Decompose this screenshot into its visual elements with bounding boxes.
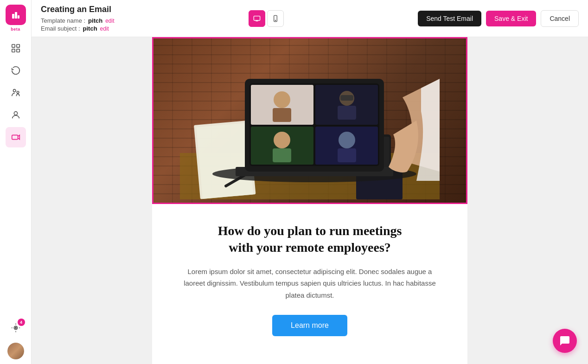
main-content: Creating an Email Template name : pitch … (32, 0, 588, 364)
svg-point-9 (14, 112, 17, 115)
svg-point-8 (17, 91, 19, 94)
page-title: Creating an Email (41, 5, 115, 14)
svg-point-15 (275, 20, 275, 20)
svg-point-12 (15, 327, 16, 329)
email-container: How do you plan to run meetings with you… (152, 37, 467, 364)
subject-edit-link[interactable]: edit (100, 26, 109, 32)
svg-rect-0 (12, 14, 14, 19)
app-logo[interactable] (6, 5, 26, 25)
svg-rect-10 (12, 135, 18, 139)
svg-point-36 (274, 132, 290, 148)
sidebar-item-notifications[interactable]: 4 (6, 318, 26, 338)
svg-rect-3 (12, 45, 14, 47)
template-name-row: Template name : pitch edit (41, 17, 115, 24)
sidebar-item-refresh[interactable] (6, 60, 26, 81)
beta-badge: beta (11, 27, 20, 32)
sidebar-nav (6, 38, 26, 318)
header: Creating an Email Template name : pitch … (32, 0, 588, 37)
svg-rect-32 (273, 108, 291, 122)
send-test-email-button[interactable]: Send Test Email (418, 11, 481, 26)
email-hero-image (152, 37, 467, 204)
header-meta: Template name : pitch edit Email subject… (41, 17, 115, 32)
svg-point-38 (339, 132, 355, 148)
svg-rect-4 (16, 45, 19, 47)
header-left: Creating an Email Template name : pitch … (41, 5, 115, 32)
subject-label: Email subject : (41, 25, 80, 32)
view-toggle (249, 10, 284, 27)
save-exit-button[interactable]: Save & Exit (486, 11, 536, 26)
svg-rect-35 (338, 106, 356, 120)
template-label: Template name : (41, 17, 85, 24)
notification-count: 4 (18, 319, 25, 326)
template-value: pitch (88, 17, 102, 24)
sidebar: beta (0, 0, 32, 364)
svg-rect-1 (15, 12, 17, 19)
user-avatar[interactable] (7, 343, 24, 359)
svg-rect-6 (16, 49, 19, 52)
svg-rect-5 (12, 49, 14, 52)
email-heading: How do you plan to run meetings with you… (180, 223, 440, 256)
email-content: How do you plan to run meetings with you… (152, 204, 467, 355)
svg-rect-13 (254, 16, 260, 20)
mobile-view-button[interactable] (267, 10, 284, 27)
template-edit-link[interactable]: edit (105, 18, 114, 24)
cancel-button[interactable]: Cancel (541, 10, 579, 27)
chat-support-button[interactable] (553, 329, 577, 353)
svg-rect-37 (273, 148, 291, 162)
sidebar-item-user[interactable] (6, 105, 26, 125)
svg-rect-2 (18, 15, 19, 19)
subject-row: Email subject : pitch edit (41, 25, 115, 32)
sidebar-item-analytics[interactable] (6, 38, 26, 58)
sidebar-item-contacts[interactable] (6, 83, 26, 103)
email-preview-area: How do you plan to run meetings with you… (32, 37, 588, 364)
svg-rect-39 (338, 148, 356, 162)
learn-more-button[interactable]: Learn more (272, 315, 347, 336)
hero-background (153, 38, 466, 203)
svg-point-31 (274, 91, 290, 108)
sidebar-bottom: 4 (6, 318, 26, 359)
desktop-view-button[interactable] (249, 10, 265, 27)
sidebar-item-campaigns[interactable] (6, 127, 26, 147)
svg-rect-34 (340, 95, 353, 101)
svg-point-7 (13, 89, 16, 92)
subject-value: pitch (83, 25, 97, 32)
email-body-text: Lorem ipsum dolor sit amet, consectetur … (180, 266, 440, 301)
header-actions: Send Test Email Save & Exit Cancel (418, 10, 579, 27)
